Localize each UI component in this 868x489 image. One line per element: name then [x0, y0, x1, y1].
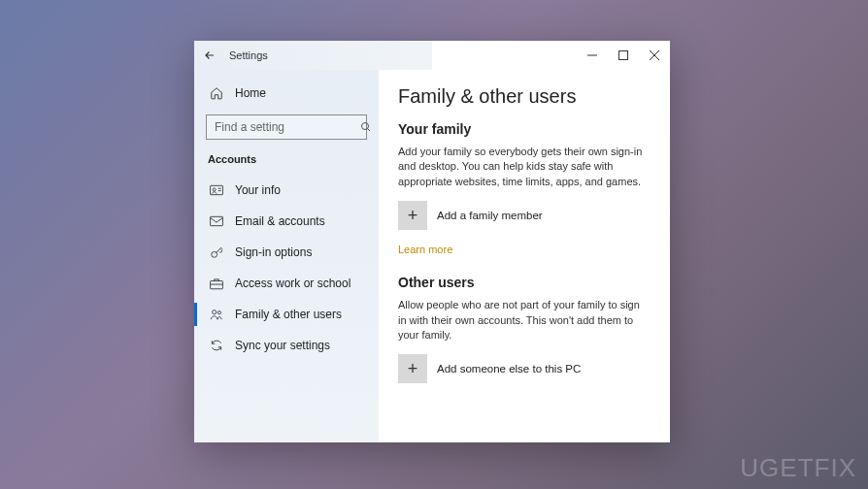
window-title: Settings — [225, 49, 268, 61]
main-panel: Family & other users Your family Add you… — [379, 70, 670, 442]
other-users-heading: Other users — [398, 275, 651, 290]
content-area: Home Accounts Your info Email & acco — [194, 70, 670, 442]
nav-signin-options[interactable]: Sign-in options — [194, 237, 379, 268]
nav-label: Sync your settings — [235, 339, 330, 352]
add-other-label: Add someone else to this PC — [437, 363, 581, 375]
plus-icon: + — [398, 201, 427, 230]
nav-label: Family & other users — [235, 308, 342, 321]
svg-point-15 — [217, 311, 220, 314]
svg-rect-12 — [211, 280, 223, 288]
other-users-description: Allow people who are not part of your fa… — [398, 298, 651, 342]
maximize-icon — [618, 50, 628, 60]
nav-home-label: Home — [235, 86, 266, 100]
sidebar-section-label: Accounts — [194, 147, 379, 175]
id-card-icon — [208, 184, 225, 196]
home-icon — [208, 86, 225, 100]
family-description: Add your family so everybody gets their … — [398, 145, 651, 189]
close-button[interactable] — [639, 41, 670, 70]
svg-point-4 — [362, 123, 369, 130]
close-icon — [650, 50, 659, 60]
family-heading: Your family — [398, 121, 651, 137]
briefcase-icon — [208, 277, 225, 290]
nav-family-users[interactable]: Family & other users — [194, 299, 379, 330]
svg-point-14 — [213, 310, 217, 314]
add-family-label: Add a family member — [437, 210, 543, 221]
people-icon — [208, 308, 225, 321]
sidebar: Home Accounts Your info Email & acco — [194, 70, 379, 442]
maximize-button[interactable] — [608, 41, 639, 70]
page-title: Family & other users — [398, 85, 651, 108]
nav-home[interactable]: Home — [194, 78, 379, 109]
svg-rect-1 — [619, 51, 628, 60]
add-family-member-button[interactable]: + Add a family member — [398, 201, 651, 230]
svg-rect-10 — [211, 216, 223, 225]
nav-sync-settings[interactable]: Sync your settings — [194, 330, 379, 361]
search-input[interactable] — [215, 120, 360, 134]
add-other-user-button[interactable]: + Add someone else to this PC — [398, 354, 651, 383]
minimize-button[interactable] — [577, 41, 608, 70]
back-button[interactable] — [194, 49, 225, 62]
learn-more-link[interactable]: Learn more — [398, 244, 452, 255]
plus-icon: + — [398, 354, 427, 383]
nav-label: Your info — [235, 183, 281, 197]
arrow-left-icon — [203, 49, 217, 62]
svg-line-5 — [368, 129, 371, 132]
nav-your-info[interactable]: Your info — [194, 175, 379, 206]
key-icon — [208, 245, 225, 259]
search-box[interactable] — [206, 114, 367, 140]
minimize-icon — [587, 50, 597, 60]
search-icon — [360, 121, 372, 133]
sync-icon — [208, 339, 225, 352]
nav-label: Email & accounts — [235, 214, 325, 228]
nav-label: Sign-in options — [235, 245, 312, 259]
svg-point-7 — [213, 188, 216, 191]
settings-window: Settings Home Account — [194, 41, 670, 442]
nav-label: Access work or school — [235, 277, 351, 290]
titlebar: Settings — [194, 41, 670, 70]
nav-email-accounts[interactable]: Email & accounts — [194, 206, 379, 237]
mail-icon — [208, 215, 225, 227]
watermark-text: UGETFIX — [740, 453, 856, 483]
nav-work-school[interactable]: Access work or school — [194, 268, 379, 299]
